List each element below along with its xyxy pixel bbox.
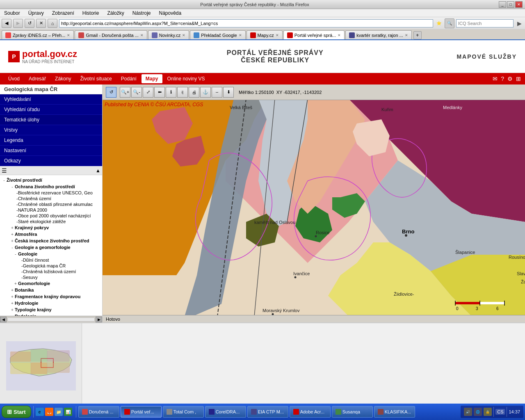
- expand-icon[interactable]: +: [10, 288, 15, 292]
- menu-historie[interactable]: Historie: [80, 9, 102, 17]
- reload-button[interactable]: ↺: [25, 19, 34, 28]
- tree-scroll-up-icon[interactable]: ▲: [96, 168, 100, 173]
- taskbar-btn-portal[interactable]: Portál veř...: [121, 406, 162, 418]
- close-button[interactable]: ✕: [515, 1, 523, 8]
- taskbar-btn-total[interactable]: Total Com ,: [163, 406, 204, 418]
- menu-zalozky[interactable]: Záložky: [105, 9, 126, 17]
- sidebar-scrollbar-h[interactable]: ◀ ▶: [0, 316, 102, 322]
- sidebar-item-nastaveni[interactable]: Nastavení: [0, 146, 102, 156]
- tab-close-idnes[interactable]: ✕: [67, 33, 70, 37]
- tree-item-geologie[interactable]: - Geologie: [0, 251, 102, 257]
- menu-napoveda[interactable]: Nápověda: [156, 9, 184, 17]
- tab-close-google[interactable]: ✕: [239, 33, 242, 37]
- tree-item-ochrana[interactable]: - Ochrana životního prostředí: [0, 183, 102, 190]
- map-refresh-btn[interactable]: ↺: [106, 87, 116, 98]
- tree-item-ceska[interactable]: + Česká inspekce životního prostřed: [0, 237, 102, 244]
- taskbar-icon3[interactable]: 📁: [55, 408, 63, 416]
- expand-icon[interactable]: +: [10, 294, 15, 299]
- tab-close-gmail[interactable]: ✕: [140, 33, 144, 37]
- start-button[interactable]: ⊞ Start: [2, 406, 31, 418]
- sidebar-item-vyhledavani[interactable]: Vyhledávání: [0, 94, 102, 105]
- tree-item-pedologie[interactable]: - Pedologie: [0, 313, 102, 316]
- expand-icon[interactable]: -: [13, 252, 18, 256]
- tree-item-hydrologie[interactable]: + Hydrologie: [0, 300, 102, 306]
- tab-mapy[interactable]: Mapy.cz ✕: [247, 30, 283, 39]
- expand-icon[interactable]: +: [13, 281, 18, 286]
- tab-novinky[interactable]: Novinky.cz ✕: [148, 30, 189, 39]
- expand-icon[interactable]: +: [10, 239, 15, 243]
- systray-icon1[interactable]: 🔊: [464, 408, 472, 416]
- grid-icon[interactable]: ⊞: [516, 75, 521, 82]
- taskbar-btn-susanqa[interactable]: Susanqa: [332, 406, 373, 418]
- home-button[interactable]: ⌂: [48, 19, 57, 28]
- tree-item-typologie[interactable]: + Typologie krajiny: [0, 306, 102, 313]
- nav-adresat[interactable]: Adresář: [25, 74, 50, 83]
- expand-icon[interactable]: +: [10, 232, 15, 237]
- search-input[interactable]: [456, 19, 514, 27]
- new-tab-button[interactable]: +: [413, 31, 422, 39]
- systray-icon2[interactable]: 🌐: [474, 408, 482, 416]
- tree-item-geologie-geo[interactable]: - Geologie a geomorfologie: [0, 244, 102, 251]
- sidebar-item-vyhledani[interactable]: Vyhledání úřadu: [0, 105, 102, 115]
- tab-gmail[interactable]: Gmail - Doručená pošta ... ✕: [75, 30, 147, 39]
- nav-zivotni[interactable]: Životní situace: [76, 74, 116, 83]
- taskbar-btn-eia[interactable]: EIA CTP M...: [247, 406, 288, 418]
- minimize-button[interactable]: _: [499, 1, 506, 8]
- nav-zakony[interactable]: Zákony: [51, 74, 75, 83]
- sidebar-item-legenda[interactable]: Legenda: [0, 135, 102, 146]
- back-button[interactable]: ◀: [2, 19, 11, 28]
- tree-item-chranena-loz[interactable]: -Chráněná ložisková území: [0, 269, 102, 274]
- lang-indicator[interactable]: CS: [495, 409, 505, 415]
- tree-item-atmosfera[interactable]: + Atmosféra: [0, 231, 102, 237]
- map-zoom-in-btn[interactable]: 🔍+: [120, 87, 130, 98]
- tree-collapse-icon[interactable]: ☰: [2, 167, 7, 174]
- expand-icon[interactable]: -: [10, 185, 15, 189]
- tab-close-novinky[interactable]: ✕: [182, 33, 185, 37]
- nav-mapy[interactable]: Mapy: [142, 74, 162, 83]
- maximize-button[interactable]: □: [507, 1, 514, 8]
- scroll-left-btn[interactable]: ◀: [0, 317, 7, 322]
- search-engine-icon[interactable]: 🔍: [445, 18, 454, 28]
- menu-nastroje[interactable]: Nástroje: [130, 9, 153, 17]
- expand-icon[interactable]: -: [2, 178, 7, 183]
- tree-item-fragmentace[interactable]: + Fragmentace krajiny dopravou: [0, 293, 102, 300]
- tree-item-biosf[interactable]: -Biosférické rezervace UNESCO, Geo: [0, 190, 102, 196]
- address-bar[interactable]: [59, 19, 433, 27]
- tree-item-zivotni[interactable]: - Životní prostředí: [0, 177, 102, 183]
- tree-item-geologicka[interactable]: -Geologická mapa ČR: [0, 263, 102, 269]
- map-svg[interactable]: kaměšt nad Oslavou Rosice Brno Šlapanice…: [103, 100, 525, 315]
- sidebar-item-odkazy[interactable]: Odkazy: [0, 156, 102, 166]
- tree-item-krajiny[interactable]: + Krajinný pokryv: [0, 224, 102, 231]
- tab-idnes[interactable]: Zprávy iDNES.cz – Přeh... ✕: [2, 30, 74, 39]
- tab-kvartet[interactable]: kvartér svratky, rajon ... ✕: [345, 30, 412, 39]
- map-measure-btn[interactable]: ↔: [212, 87, 222, 98]
- sidebar-tree[interactable]: - Životní prostředí - Ochrana životního …: [0, 175, 102, 316]
- taskbar-icon4[interactable]: 📊: [64, 408, 72, 416]
- ie-icon[interactable]: e: [36, 408, 44, 416]
- menu-zobrazeni[interactable]: Zobrazení: [50, 9, 77, 17]
- map-info2-btn[interactable]: i|: [177, 87, 188, 98]
- tab-close-kvartet[interactable]: ✕: [405, 33, 408, 37]
- tree-item-chranena[interactable]: -Chráněná území: [0, 196, 102, 201]
- tree-item-oblasti[interactable]: -Chráněné oblasti přirozené akumulac: [0, 201, 102, 207]
- tree-item-botanika[interactable]: + Botanika: [0, 287, 102, 293]
- firefox-icon[interactable]: 🦊: [45, 408, 53, 416]
- expand-icon[interactable]: -: [10, 245, 15, 250]
- stop-button[interactable]: ✕: [36, 19, 46, 28]
- tree-item-obce[interactable]: -Obce pod 2000 obyvatel nacházející: [0, 213, 102, 219]
- tab-close-mapy[interactable]: ✕: [276, 33, 279, 37]
- settings-icon[interactable]: ⚙: [507, 75, 513, 82]
- map-zoom-full-btn[interactable]: ⤢: [143, 87, 153, 98]
- tree-item-geomorf[interactable]: + Geomorfologie: [0, 280, 102, 287]
- taskbar-btn-klasifika[interactable]: KLASIFIKA...: [374, 406, 415, 418]
- menu-upravy[interactable]: Úpravy: [26, 9, 46, 17]
- search-go-button[interactable]: ▶: [515, 19, 523, 27]
- map-print-btn[interactable]: 🖨: [189, 87, 199, 98]
- menu-soubor[interactable]: Soubor: [2, 9, 23, 17]
- nav-online[interactable]: Online noviny VS: [163, 74, 209, 83]
- sidebar-item-vrstvy[interactable]: Vrstvy: [0, 125, 102, 135]
- tree-item-natura[interactable]: -NATURA 2000: [0, 207, 102, 213]
- help-icon[interactable]: ?: [501, 75, 504, 82]
- tab-portal[interactable]: Portál veřejné sprá... ✕: [283, 30, 345, 39]
- forward-button[interactable]: ▶: [13, 19, 23, 28]
